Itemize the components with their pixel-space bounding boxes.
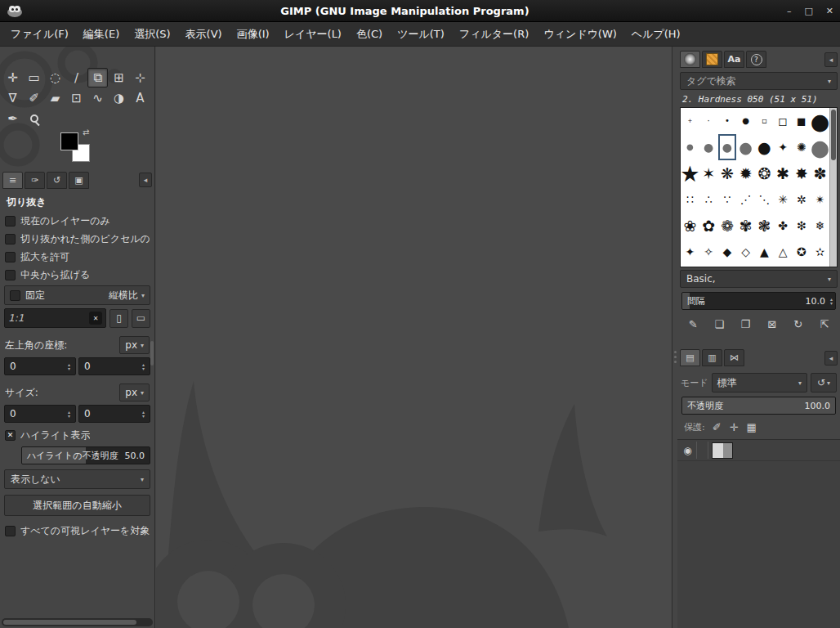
brush-item[interactable]: ● xyxy=(736,134,755,160)
checkbox-checked-icon[interactable] xyxy=(5,430,16,441)
brush-item[interactable]: ✱ xyxy=(774,160,793,186)
checkbox-icon[interactable] xyxy=(5,252,16,262)
brush-item[interactable]: ❋ xyxy=(718,160,737,186)
brush-item[interactable]: ▲ xyxy=(755,239,774,265)
aspect-ratio-input[interactable]: 1:1 ✕ xyxy=(4,308,106,328)
menu-file[interactable]: ファイル(F) xyxy=(3,22,76,47)
portrait-orientation-button[interactable]: ▯ xyxy=(109,309,128,328)
brush-item[interactable]: ● xyxy=(755,134,774,160)
brush-item[interactable]: ⋰ xyxy=(736,186,755,213)
dock-menu-button[interactable]: ◂ xyxy=(139,173,152,187)
menu-colors[interactable]: 色(C) xyxy=(349,22,390,47)
close-button[interactable]: ✕ xyxy=(826,7,833,16)
tool-options-scrollbar-thumb[interactable] xyxy=(150,341,154,366)
option-highlight[interactable]: ハイライト表示 xyxy=(0,426,154,444)
clone-tool[interactable]: ⊡ xyxy=(66,88,87,108)
rectangle-select-tool[interactable]: ▭ xyxy=(24,68,44,87)
brush-item[interactable]: ● xyxy=(811,134,829,160)
brush-item[interactable]: ❂ xyxy=(755,160,774,186)
option-expand-from-center[interactable]: 中央から拡げる xyxy=(0,266,154,284)
brush-item[interactable]: ◻ xyxy=(774,108,793,134)
layer-opacity-slider[interactable]: 不透明度 100.0 xyxy=(681,397,836,415)
layer-row[interactable]: ◉ xyxy=(677,440,840,461)
minimize-button[interactable]: – xyxy=(787,7,792,16)
brush-item[interactable]: ◼ xyxy=(793,108,811,134)
menu-filters[interactable]: フィルター(R) xyxy=(452,22,536,47)
brush-spacing-slider[interactable]: 間隔 10.0 ▴▾ xyxy=(681,292,836,310)
dock-menu-button[interactable]: ◂ xyxy=(824,52,838,67)
tab-layers[interactable]: ▤ xyxy=(680,349,700,366)
brush-item[interactable]: ● xyxy=(811,108,829,134)
brush-item[interactable]: ∵ xyxy=(718,186,737,213)
toolbox-horizontal-scrollbar[interactable] xyxy=(2,618,153,626)
brush-item[interactable]: ✺ xyxy=(793,134,811,160)
checkbox-icon[interactable] xyxy=(5,216,16,227)
title-bar[interactable]: GIMP (GNU Image Manipulation Program) – … xyxy=(0,0,840,22)
refresh-brushes-button[interactable]: ↻ xyxy=(786,315,811,333)
dodge-burn-tool[interactable]: ◑ xyxy=(109,88,129,108)
position-x-input[interactable]: 0 ▴▾ xyxy=(4,357,76,375)
highlight-opacity-slider[interactable]: ハイライトの不透明度 50.0 xyxy=(21,446,150,464)
brush-tag-filter-combo[interactable]: Basic, ▾ xyxy=(680,270,838,288)
brush-item[interactable]: ✲ xyxy=(793,186,811,213)
tab-fonts[interactable]: Aa xyxy=(724,51,744,68)
spinner[interactable]: ▴▾ xyxy=(139,362,148,370)
brush-item[interactable]: ● xyxy=(699,134,718,160)
tab-paths[interactable]: ⋈ xyxy=(724,349,744,366)
fixed-mode-dropdown[interactable]: 縦横比 ▾ xyxy=(109,289,145,303)
brush-item[interactable]: ✳ xyxy=(774,186,793,213)
size-height-input[interactable]: 0 ▴▾ xyxy=(78,405,150,423)
position-unit-dropdown[interactable]: px ▾ xyxy=(119,336,150,354)
zoom-tool[interactable] xyxy=(24,109,44,128)
brush-item[interactable]: ◇ xyxy=(736,239,755,265)
mode-switch-button[interactable]: ↺ ▾ xyxy=(811,373,837,392)
brush-item[interactable]: ✽ xyxy=(811,160,829,186)
checkbox-icon[interactable] xyxy=(5,526,16,536)
option-allow-growing[interactable]: 拡大を許可 xyxy=(0,248,154,266)
eye-icon[interactable]: ◉ xyxy=(679,442,697,459)
brush-item[interactable]: · xyxy=(699,108,718,134)
maximize-button[interactable]: □ xyxy=(804,7,812,16)
handle-transform-tool[interactable]: ⊹ xyxy=(130,68,150,87)
new-brush-button[interactable]: ❏ xyxy=(707,315,731,333)
landscape-orientation-button[interactable]: ▭ xyxy=(132,309,150,328)
brush-item[interactable]: ✸ xyxy=(793,160,811,186)
delete-brush-button[interactable]: ⊠ xyxy=(760,315,784,333)
fuzzy-select-tool[interactable]: ∕ xyxy=(66,68,87,87)
spinner[interactable]: ▴▾ xyxy=(65,410,74,418)
size-width-input[interactable]: 0 ▴▾ xyxy=(4,405,76,423)
brush-item[interactable]: ✿ xyxy=(699,213,718,239)
tab-images[interactable]: ▣ xyxy=(69,172,89,189)
brush-item[interactable]: ▫ xyxy=(755,108,774,134)
menu-windows[interactable]: ウィンドウ(W) xyxy=(536,22,624,47)
menu-image[interactable]: 画像(I) xyxy=(230,22,277,47)
duplicate-brush-button[interactable]: ❐ xyxy=(733,315,757,333)
menu-select[interactable]: 選択(S) xyxy=(127,22,177,47)
eraser-tool[interactable]: ▰ xyxy=(45,88,65,108)
scrollbar-thumb[interactable] xyxy=(831,110,836,160)
brush-item[interactable]: ✪ xyxy=(793,239,811,265)
brush-item[interactable]: • xyxy=(718,108,737,134)
brush-tag-search-combo[interactable]: タグで検索 ▾ xyxy=(680,72,838,90)
brush-item[interactable]: ∴ xyxy=(699,186,718,213)
guides-dropdown[interactable]: 表示しない ▾ xyxy=(4,469,150,489)
swap-colors-icon[interactable]: ⇄ xyxy=(83,128,89,137)
link-cell[interactable] xyxy=(697,442,708,459)
tab-brushes[interactable] xyxy=(680,51,700,68)
canvas[interactable] xyxy=(156,47,672,628)
tab-help[interactable]: ? xyxy=(746,51,766,68)
bucket-fill-tool[interactable]: ∇ xyxy=(2,88,23,108)
brush-item[interactable]: + xyxy=(681,108,699,134)
brush-item[interactable]: ★ xyxy=(681,160,699,186)
brush-item[interactable]: ✦ xyxy=(774,134,793,160)
crop-tool[interactable]: ⧉ xyxy=(87,68,108,87)
layer-mode-dropdown[interactable]: 標準 ▾ xyxy=(712,373,807,392)
brush-item[interactable]: ● xyxy=(736,108,755,134)
lock-pixels-icon[interactable]: ✐ xyxy=(713,422,722,433)
brush-item[interactable]: ✦ xyxy=(681,239,699,265)
spinner[interactable]: ▴▾ xyxy=(830,297,835,305)
size-unit-dropdown[interactable]: px ▾ xyxy=(119,384,150,401)
brush-item[interactable]: ❁ xyxy=(718,213,737,239)
foreground-color-swatch[interactable] xyxy=(60,132,78,150)
checkbox-icon[interactable] xyxy=(5,270,16,280)
